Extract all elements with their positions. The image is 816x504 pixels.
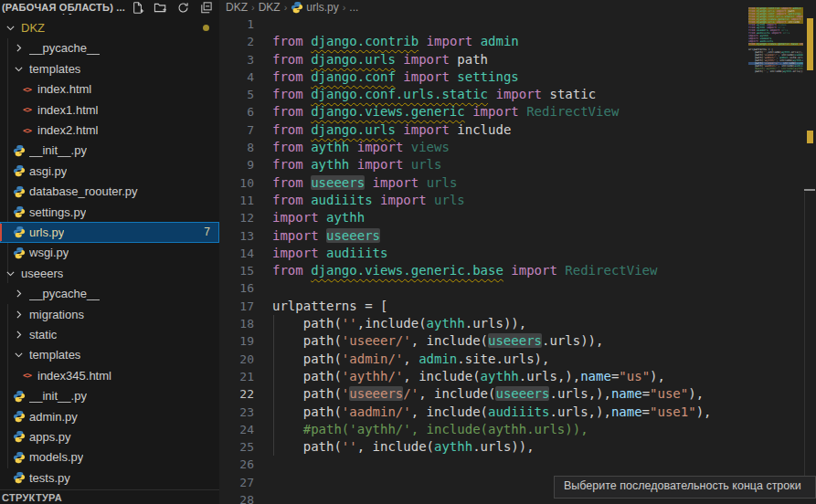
breadcrumb-item[interactable]: urls.py: [291, 1, 338, 14]
code-line[interactable]: 12import aythh: [219, 209, 803, 226]
tree-item-label: admin.py: [29, 410, 78, 424]
vscode-window: views.pyDKZ__pycache__templates<>index.h…: [0, 0, 816, 504]
tree-item-tests-py[interactable]: tests.py: [0, 467, 219, 488]
code-line[interactable]: 25 path('', include(aythh.urls)),: [219, 438, 803, 456]
python-icon: [13, 430, 26, 443]
tree-item-index345-html[interactable]: <>index345.html: [0, 365, 219, 385]
tree-item-wsgi-py[interactable]: wsgi.py: [0, 243, 219, 263]
line-number: 22: [219, 385, 254, 403]
tree-item-label: index345.html: [37, 369, 111, 383]
line-number: 15: [219, 262, 254, 279]
tree-item-label: __init__.py: [29, 143, 87, 157]
tree-item-asgi-py[interactable]: asgi.py: [0, 161, 219, 181]
code-line[interactable]: 11from audiiits import urls: [219, 192, 803, 209]
minimap[interactable]: from django.contrib import adminfrom dja…: [748, 0, 803, 504]
line-number: 21: [219, 368, 254, 385]
tree-item-urls-py[interactable]: urls.py7: [0, 222, 219, 242]
overview-ruler[interactable]: [803, 0, 816, 504]
new-file-button[interactable]: [130, 0, 144, 15]
tree-item-models-py[interactable]: models.py: [0, 447, 219, 467]
python-icon: [13, 226, 26, 238]
code-line[interactable]: 7from django.urls import include: [219, 121, 803, 139]
tree-item-label: index.html: [37, 82, 91, 96]
html-file-icon: <>: [23, 85, 31, 94]
new-folder-button[interactable]: [153, 0, 167, 15]
html-file-icon: <>: [23, 105, 31, 114]
tree-item-static[interactable]: static: [0, 324, 219, 344]
tree-item-settings-py[interactable]: settings.py: [0, 202, 219, 222]
python-icon: [13, 247, 26, 259]
breadcrumb-item-label: ...: [349, 1, 358, 14]
line-number: 28: [219, 491, 254, 504]
tree-item--pycache-[interactable]: __pycache__: [0, 283, 219, 303]
editor-group: DKZ›DKZ›urls.py›... 12from django.contri…: [219, 0, 816, 504]
tree-item-index-html[interactable]: <>index.html: [0, 79, 219, 100]
tree-item-index1-html[interactable]: <>index1.html: [0, 100, 219, 120]
code-line[interactable]: 5from django.conf.urls.static import sta…: [219, 86, 803, 103]
code-line[interactable]: 19 path('useeer/', include(useeers.urls)…: [219, 332, 803, 350]
tree-item-migrations[interactable]: migrations: [0, 304, 219, 324]
tree-item-index2-html[interactable]: <>index2.html: [0, 120, 219, 140]
line-number: 10: [219, 174, 254, 192]
code-line[interactable]: 16: [219, 279, 803, 297]
code-line[interactable]: 6from django.views.generic import Redire…: [219, 103, 803, 121]
tree-item-database-roouter-py[interactable]: database_roouter.py: [0, 182, 219, 202]
tree-item-apps-py[interactable]: apps.py: [0, 426, 219, 446]
html-file-icon: <>: [23, 126, 31, 135]
line-number: 6: [219, 103, 254, 121]
breadcrumb-item[interactable]: DKZ: [259, 1, 281, 14]
code-line[interactable]: 15from django.views.generic.base import …: [219, 262, 803, 279]
line-number: 9: [219, 156, 254, 173]
chevron-down-icon: [5, 22, 16, 34]
line-number: 8: [219, 139, 254, 156]
tree-item-label: templates: [29, 62, 80, 76]
outline-section-header[interactable]: СТРУКТУРА: [0, 489, 219, 504]
code-line[interactable]: 22 path('useeers/', include(useeers.urls…: [219, 385, 803, 403]
line-number: 24: [219, 421, 254, 438]
breadcrumb-item[interactable]: DKZ: [226, 1, 248, 14]
collapse-folders-button[interactable]: [198, 0, 213, 15]
line-number: 12: [219, 209, 254, 226]
file-tree: views.pyDKZ__pycache__templates<>index.h…: [0, 0, 219, 488]
line-number: 4: [219, 68, 254, 86]
code-area[interactable]: 12from django.contrib import admin3from …: [219, 16, 803, 504]
breadcrumb-item-label: urls.py: [306, 1, 338, 14]
code-line[interactable]: 21 path('aythh/', include(aythh.urls,),n…: [219, 368, 803, 385]
code-line[interactable]: 3from django.urls import path: [219, 51, 803, 68]
line-number: 18: [219, 315, 254, 332]
refresh-button[interactable]: [175, 0, 190, 15]
tree-item-label: index2.html: [37, 123, 98, 137]
tree-item-admin-py[interactable]: admin.py: [0, 406, 219, 426]
tree-item--init-py[interactable]: __init__.py: [0, 385, 219, 405]
code-line[interactable]: 20 path('admin/', admin.site.urls),: [219, 351, 803, 368]
code-line[interactable]: 1: [219, 16, 803, 33]
tree-item--pycache-[interactable]: __pycache__: [0, 38, 219, 58]
code-line[interactable]: 10from useeers import urls: [219, 174, 803, 192]
code-line[interactable]: 4from django.conf import settings: [219, 68, 803, 86]
code-line[interactable]: 13import useeers: [219, 227, 803, 245]
code-line[interactable]: 2from django.contrib import admin: [219, 33, 803, 50]
python-icon: [13, 390, 26, 403]
tree-item-dkz[interactable]: DKZ: [0, 17, 219, 37]
code-line[interactable]: 26: [219, 456, 803, 473]
code-line[interactable]: 8from aythh import views: [219, 139, 803, 156]
workspace-title: (РАБОЧАЯ ОБЛАСТЬ) ...: [2, 2, 130, 13]
code-line[interactable]: 9from aythh import urls: [219, 156, 803, 173]
code-line[interactable]: 18 path('',include(aythh.urls)),: [219, 315, 803, 332]
code-line[interactable]: 14import audiiits: [219, 245, 803, 262]
refresh-icon: [176, 1, 190, 15]
tree-item-templates[interactable]: templates: [0, 58, 219, 79]
breadcrumb-separator: ›: [250, 2, 256, 13]
html-file-icon: <>: [23, 371, 31, 380]
code-line[interactable]: 23 path('aadmin/', include(audiiits.urls…: [219, 404, 803, 421]
tree-item--init-py[interactable]: __init__.py: [0, 141, 219, 161]
line-number: 2: [219, 33, 254, 50]
tree-item-label: tests.py: [29, 471, 70, 485]
tree-item-templates[interactable]: templates: [0, 345, 219, 365]
chevron-right-icon: [13, 288, 25, 299]
code-line[interactable]: 24 #path('aythh/', include(aythh.urls)),: [219, 421, 803, 438]
tree-item-label: apps.py: [29, 430, 71, 444]
breadcrumb-item[interactable]: ...: [349, 1, 358, 14]
tree-item-useeers[interactable]: useeers: [0, 263, 219, 283]
code-line[interactable]: 17urlpatterns = [: [219, 298, 803, 315]
